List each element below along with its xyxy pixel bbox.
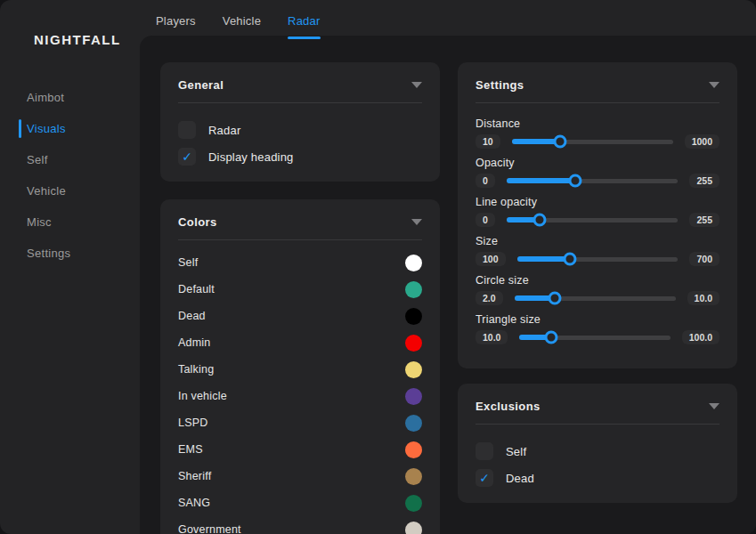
color-swatch[interactable] (405, 255, 422, 271)
slider-min-value: 10.0 (476, 330, 508, 344)
color-swatch[interactable] (405, 468, 422, 485)
colors-panel: Colors Self Default Dead (160, 199, 440, 534)
checkbox-label: Display heading (208, 150, 294, 164)
slider-label: Opacity (476, 157, 719, 169)
slider-handle[interactable] (548, 292, 561, 305)
checkbox-row[interactable]: ✓ Display heading (178, 148, 422, 166)
color-label: Talking (178, 363, 214, 376)
slider-row: 0 255 (476, 173, 719, 189)
sidebar: Aimbot Visuals Self Vehicle Misc Setting… (0, 82, 140, 269)
checkbox-row[interactable]: ✓ Dead (476, 469, 719, 487)
collapse-arrow-icon[interactable] (411, 82, 422, 88)
tab[interactable]: Vehicle (223, 14, 261, 39)
right-column: Settings Distance 10 (458, 62, 737, 534)
checkbox[interactable]: ✓ (476, 442, 493, 460)
color-swatch[interactable] (405, 308, 422, 325)
left-column: General ✓ Radar ✓ Display heading (160, 62, 440, 534)
sidebar-item[interactable]: Misc (0, 206, 140, 238)
active-indicator-bar (19, 119, 21, 138)
color-label: LSPD (178, 417, 207, 429)
sidebar-item[interactable]: Vehicle (0, 175, 140, 206)
slider-group: Line opacity 0 255 (476, 196, 719, 228)
sidebar-item[interactable]: Aimbot (0, 82, 140, 113)
divider (476, 424, 719, 425)
slider-fill (507, 178, 575, 183)
checkbox[interactable]: ✓ (476, 469, 493, 487)
color-label: Sheriff (178, 470, 211, 482)
sidebar-item[interactable]: Visuals (0, 113, 140, 144)
tab-label: Vehicle (223, 14, 261, 28)
slider-track[interactable] (507, 218, 678, 222)
sidebar-item-label: Self (27, 153, 48, 166)
slider-group: Distance 10 1000 (476, 117, 719, 150)
exclusions-checkbox-list: ✓ Self ✓ Dead (476, 442, 719, 487)
color-label: Dead (178, 310, 206, 322)
slider-row: 10 1000 (476, 134, 719, 150)
tab[interactable]: Players (156, 14, 196, 39)
exclusions-panel: Exclusions ✓ Self ✓ Dead (458, 384, 737, 503)
slider-track[interactable] (515, 296, 676, 301)
content-area: General ✓ Radar ✓ Display heading (140, 36, 756, 534)
color-row: In vehicle (178, 383, 422, 409)
settings-panel: Settings Distance 10 (458, 62, 737, 368)
sidebar-item[interactable]: Settings (0, 238, 140, 269)
general-checkbox-list: ✓ Radar ✓ Display heading (178, 121, 422, 166)
collapse-arrow-icon[interactable] (709, 403, 719, 409)
color-swatch[interactable] (405, 441, 422, 458)
slider-track[interactable] (519, 336, 670, 340)
slider-track[interactable] (507, 179, 678, 183)
slider-handle[interactable] (553, 135, 566, 149)
slider-handle[interactable] (564, 253, 577, 266)
app-title: NIGHTFALL (34, 32, 121, 47)
color-swatch[interactable] (405, 335, 422, 352)
divider (476, 102, 719, 103)
slider-handle[interactable] (544, 331, 557, 344)
tab[interactable]: Radar (288, 14, 320, 39)
color-swatch[interactable] (405, 522, 422, 534)
color-row: LSPD (178, 409, 422, 436)
tab-label: Radar (288, 14, 320, 28)
color-list: Self Default Dead Admin Talking (178, 249, 422, 534)
color-row: Admin (178, 329, 422, 356)
slider-handle[interactable] (532, 214, 546, 227)
slider-group: Circle size 2.0 10.0 (476, 274, 719, 306)
slider-max-value: 1000 (685, 134, 719, 149)
color-row: Self (178, 249, 422, 276)
color-label: Default (178, 283, 215, 295)
slider-list: Distance 10 1000 Opacity (476, 117, 719, 345)
sidebar-item[interactable]: Self (0, 144, 140, 175)
divider (178, 239, 422, 240)
slider-label: Size (476, 235, 719, 247)
checkbox[interactable]: ✓ (178, 148, 196, 166)
slider-label: Circle size (476, 274, 719, 287)
app-window: NIGHTFALL Players Vehicle Radar Aimbot V… (0, 0, 756, 534)
color-row: Sheriff (178, 463, 422, 490)
slider-handle[interactable] (568, 174, 581, 188)
colors-panel-title: Colors (178, 215, 217, 229)
checkbox-row[interactable]: ✓ Self (476, 442, 719, 460)
slider-track[interactable] (517, 257, 679, 262)
slider-min-value: 2.0 (476, 291, 503, 305)
tab-bar: Players Vehicle Radar (156, 0, 321, 39)
slider-track[interactable] (512, 140, 673, 144)
sidebar-item-label: Misc (27, 215, 52, 229)
general-panel-header: General (178, 77, 422, 92)
color-label: SANG (178, 497, 210, 509)
color-swatch[interactable] (405, 281, 422, 298)
collapse-arrow-icon[interactable] (411, 219, 422, 225)
checkbox-label: Radar (208, 124, 240, 137)
divider (178, 102, 422, 103)
color-swatch[interactable] (405, 495, 422, 512)
colors-panel-header: Colors (178, 214, 422, 229)
active-tab-underline (288, 36, 320, 39)
slider-row: 0 255 (476, 212, 719, 228)
checkbox[interactable]: ✓ (178, 121, 196, 139)
color-swatch[interactable] (405, 415, 422, 432)
slider-min-value: 10 (476, 134, 500, 149)
color-swatch[interactable] (405, 361, 422, 378)
color-swatch[interactable] (405, 388, 422, 405)
checkbox-row[interactable]: ✓ Radar (178, 121, 422, 139)
slider-max-value: 255 (689, 174, 719, 188)
check-icon: ✓ (182, 150, 192, 163)
collapse-arrow-icon[interactable] (709, 82, 719, 88)
